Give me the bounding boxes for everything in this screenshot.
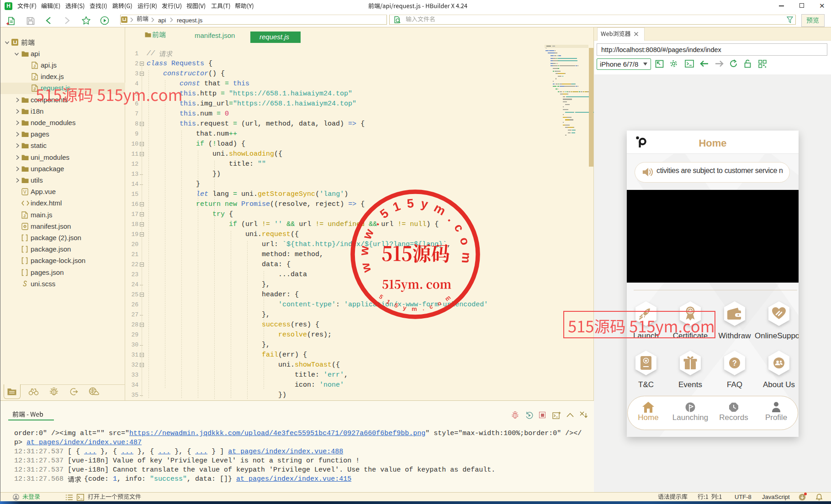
svg-text:J: J: [33, 63, 36, 68]
svg-text:J: J: [33, 75, 36, 80]
svg-text:?: ?: [732, 359, 737, 367]
svg-text:J: J: [23, 213, 26, 218]
svg-text:V: V: [23, 189, 26, 194]
